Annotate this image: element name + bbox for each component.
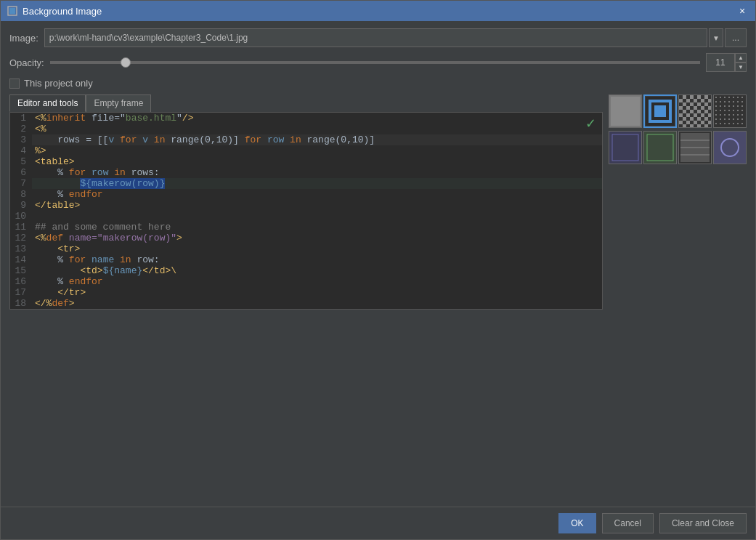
checkmark-icon: ✓ [585, 116, 596, 132]
table-row: 9</table> [10, 200, 602, 211]
line-number: 17 [10, 287, 32, 298]
line-code: ## and some comment here [32, 222, 602, 233]
svg-rect-8 [646, 133, 675, 162]
project-only-label: This project only [24, 78, 93, 89]
table-row: 18</%def> [10, 298, 602, 309]
image-dropdown-button[interactable]: ▼ [709, 28, 723, 47]
table-row: 10 [10, 211, 602, 222]
line-number: 15 [10, 265, 32, 276]
line-code: <tr> [32, 243, 602, 254]
opacity-value-wrapper: ▲ ▼ [706, 53, 747, 72]
pattern-row-2 [609, 131, 747, 164]
opacity-row: Opacity: ▲ ▼ [9, 53, 747, 72]
table-row: 16 % endfor [10, 276, 602, 287]
image-browse-button[interactable]: ... [725, 28, 747, 47]
line-code: % for name in row: [32, 254, 602, 265]
line-code: rows = [[v for v in range(0,10)] for row… [32, 134, 602, 145]
dialog-content: Image: ▼ ... Opacity: ▲ ▼ [1, 21, 755, 507]
table-row: 17 </tr> [10, 287, 602, 298]
checkbox-row: This project only [9, 78, 747, 89]
table-row: 5<table> [10, 156, 602, 167]
app-icon [7, 5, 18, 17]
tab-empty-frame[interactable]: Empty frame [86, 94, 151, 112]
middle-section: Editor and tools Empty frame ✓ 1<%inheri… [9, 94, 747, 499]
line-number: 2 [10, 124, 32, 134]
pattern-item-7[interactable] [678, 131, 712, 164]
opacity-label: Opacity: [9, 57, 44, 68]
table-row: 15 <td>${name}</td>\ [10, 265, 602, 276]
background-image-dialog: Background Image × Image: ▼ ... Opacity:… [0, 0, 756, 540]
pattern-item-6[interactable] [643, 131, 677, 164]
line-code: % endfor [32, 189, 602, 200]
dialog-title: Background Image [23, 6, 102, 17]
pattern-item-plain[interactable] [609, 94, 642, 128]
line-number: 9 [10, 200, 32, 211]
opacity-slider[interactable] [50, 61, 700, 64]
line-code: % for row in rows: [32, 167, 602, 178]
pattern-panel [609, 94, 747, 164]
project-only-checkbox[interactable] [9, 78, 20, 89]
line-number: 14 [10, 254, 32, 265]
clear-close-button[interactable]: Clear and Close [659, 513, 747, 533]
svg-rect-2 [611, 97, 640, 126]
close-button[interactable]: × [735, 4, 749, 18]
line-number: 3 [10, 134, 32, 145]
ok-button[interactable]: OK [558, 513, 596, 533]
line-number: 6 [10, 167, 32, 178]
table-row: 6 % for row in rows: [10, 167, 602, 178]
table-row: 2<% [10, 124, 602, 134]
pattern-item-dots[interactable] [713, 94, 747, 128]
pattern-item-square[interactable] [643, 94, 677, 128]
pattern-row-1 [609, 94, 747, 128]
svg-rect-5 [654, 105, 666, 117]
line-number: 11 [10, 222, 32, 233]
line-code [32, 211, 602, 222]
table-row: 3 rows = [[v for v in range(0,10)] for r… [10, 134, 602, 145]
tab-bar: Editor and tools Empty frame [9, 94, 603, 112]
svg-rect-6 [611, 133, 640, 162]
line-code: <%def name="makerow(row)"> [32, 233, 602, 243]
opacity-increment-button[interactable]: ▲ [735, 53, 747, 63]
table-row: 13 <tr> [10, 243, 602, 254]
tabs-and-editor: Editor and tools Empty frame ✓ 1<%inheri… [9, 94, 603, 310]
line-code: %> [32, 145, 602, 156]
line-number: 7 [10, 178, 32, 189]
code-editor[interactable]: ✓ 1<%inherit file="base.html"/>2<%3 rows… [9, 112, 603, 310]
table-row: 11## and some comment here [10, 222, 602, 233]
line-code: <table> [32, 156, 602, 167]
table-row: 8 % endfor [10, 189, 602, 200]
table-row: 1<%inherit file="base.html"/> [10, 113, 602, 124]
line-code: </%def> [32, 298, 602, 309]
image-row: Image: ▼ ... [9, 28, 747, 47]
cancel-button[interactable]: Cancel [602, 513, 654, 533]
line-number: 16 [10, 276, 32, 287]
line-number: 10 [10, 211, 32, 222]
line-number: 12 [10, 233, 32, 243]
table-row: 4%> [10, 145, 602, 156]
table-row: 14 % for name in row: [10, 254, 602, 265]
line-number: 4 [10, 145, 32, 156]
svg-rect-14 [715, 133, 744, 162]
tab-editor-tools[interactable]: Editor and tools [9, 94, 86, 112]
opacity-decrement-button[interactable]: ▼ [735, 63, 747, 72]
table-row: 12<%def name="makerow(row)"> [10, 233, 602, 243]
opacity-value-input[interactable] [706, 53, 735, 72]
pattern-item-8[interactable] [713, 131, 747, 164]
line-code: <%inherit file="base.html"/> [32, 113, 602, 124]
code-table: 1<%inherit file="base.html"/>2<%3 rows =… [10, 113, 602, 309]
bottom-bar: OK Cancel Clear and Close [1, 507, 755, 539]
line-code: </tr> [32, 287, 602, 298]
line-number: 5 [10, 156, 32, 167]
title-bar-left: Background Image [7, 5, 102, 17]
line-code: <% [32, 124, 602, 134]
line-number: 1 [10, 113, 32, 124]
table-row: 7 ${makerow(row)} [10, 178, 602, 189]
pattern-item-checker[interactable] [678, 94, 712, 128]
image-path-input[interactable] [44, 28, 707, 47]
line-code: % endfor [32, 276, 602, 287]
image-label: Image: [9, 33, 38, 44]
svg-rect-1 [9, 8, 15, 14]
image-input-wrapper: ▼ ... [44, 28, 747, 47]
pattern-item-5[interactable] [609, 131, 642, 164]
line-code: ${makerow(row)} [32, 178, 602, 189]
